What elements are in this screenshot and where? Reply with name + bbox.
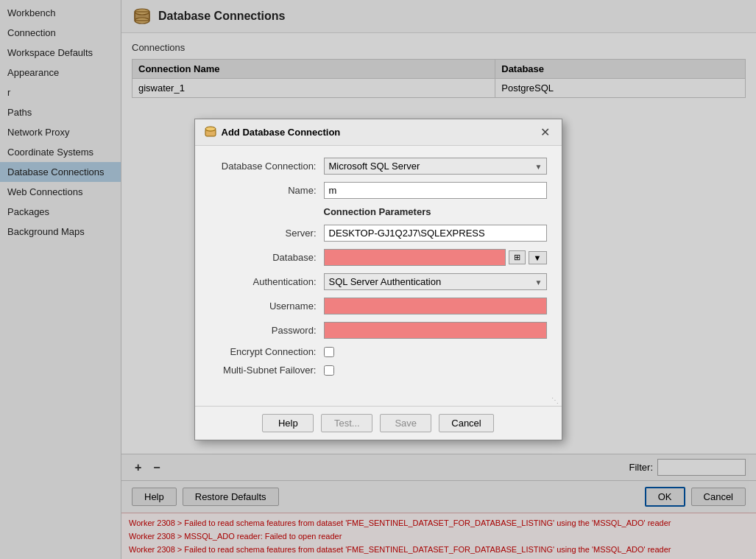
authentication-select-wrapper: SQL Server AuthenticationWindows Authent… xyxy=(324,273,547,290)
multisubnet-row: Multi-Subnet Failover: xyxy=(210,365,547,376)
database-input-group: ⊞ ▼ xyxy=(324,249,547,266)
name-row: Name: xyxy=(210,182,547,199)
database-dropdown-button[interactable]: ▼ xyxy=(529,251,547,264)
username-label: Username: xyxy=(210,300,324,312)
dialog-help-button[interactable]: Help xyxy=(262,414,314,432)
resize-handle: ⋱ xyxy=(195,395,562,406)
dialog-titlebar: Add Database Connection ✕ xyxy=(195,119,562,146)
dialog-test-button[interactable]: Test... xyxy=(321,414,372,432)
dialog-title: Add Database Connection xyxy=(204,126,341,139)
encrypt-row: Encrypt Connection: xyxy=(210,346,547,357)
server-row: Server: xyxy=(210,225,547,242)
multisubnet-checkbox[interactable] xyxy=(324,365,334,376)
name-input[interactable] xyxy=(324,182,547,199)
database-row: Database: ⊞ ▼ xyxy=(210,249,547,266)
authentication-row: Authentication: SQL Server Authenticatio… xyxy=(210,273,547,290)
server-label: Server: xyxy=(210,228,324,239)
username-row: Username: xyxy=(210,298,547,314)
server-input[interactable] xyxy=(324,225,547,242)
add-database-connection-dialog: Add Database Connection ✕ Database Conne… xyxy=(194,119,562,440)
authentication-select[interactable]: SQL Server AuthenticationWindows Authent… xyxy=(324,273,547,290)
database-input[interactable] xyxy=(324,249,506,266)
dialog-title-icon xyxy=(204,126,217,139)
dialog-body: Database Connection: Microsoft SQL Serve… xyxy=(195,146,562,395)
connection-params-header: Connection Parameters xyxy=(324,206,547,217)
dialog-save-button[interactable]: Save xyxy=(380,414,431,432)
database-browse-button[interactable]: ⊞ xyxy=(509,250,526,264)
password-label: Password: xyxy=(210,325,324,336)
password-row: Password: xyxy=(210,322,547,339)
username-input[interactable] xyxy=(324,298,547,314)
multisubnet-label: Multi-Subnet Failover: xyxy=(210,365,324,376)
password-input[interactable] xyxy=(324,322,547,339)
db-connection-select[interactable]: Microsoft SQL ServerPostgreSQLOracleMySQ… xyxy=(324,158,547,175)
svg-point-5 xyxy=(205,127,216,131)
dialog-overlay: Add Database Connection ✕ Database Conne… xyxy=(0,0,756,559)
encrypt-label: Encrypt Connection: xyxy=(210,346,324,357)
dialog-cancel-button[interactable]: Cancel xyxy=(439,414,493,432)
dialog-close-button[interactable]: ✕ xyxy=(537,125,553,139)
db-connection-row: Database Connection: Microsoft SQL Serve… xyxy=(210,158,547,175)
name-label: Name: xyxy=(210,185,324,196)
db-connection-label: Database Connection: xyxy=(210,161,324,172)
database-label: Database: xyxy=(210,252,324,263)
dialog-footer: Help Test... Save Cancel xyxy=(195,406,562,440)
encrypt-checkbox[interactable] xyxy=(324,347,334,357)
db-connection-select-wrapper: Microsoft SQL ServerPostgreSQLOracleMySQ… xyxy=(324,158,547,175)
authentication-label: Authentication: xyxy=(210,276,324,287)
